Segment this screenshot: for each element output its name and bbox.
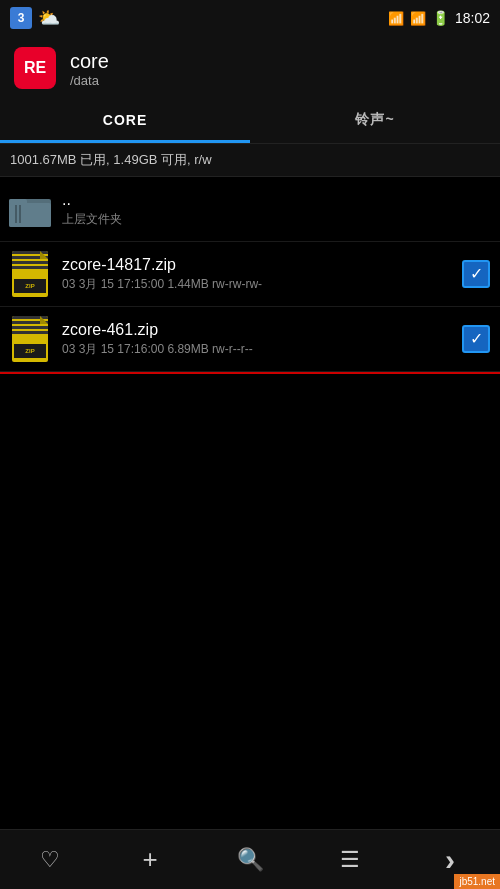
- file-meta: 03 3月 15 17:16:00 6.89MB rw-r--r--: [62, 341, 454, 358]
- tab-bar: CORE 铃声~: [0, 100, 500, 144]
- tab-ringtone[interactable]: 铃声~: [250, 100, 500, 143]
- battery-icon: 🔋: [432, 10, 449, 26]
- filter-button[interactable]: ☰: [325, 835, 375, 885]
- signal-icon: 📶: [410, 11, 426, 26]
- file-checkbox[interactable]: ✓: [462, 260, 490, 288]
- file-info: .. 上层文件夹: [62, 191, 490, 228]
- file-name: zcore-14817.zip: [62, 256, 454, 274]
- status-left: 3 ⛅: [10, 7, 60, 29]
- file-checkbox[interactable]: ✓: [462, 325, 490, 353]
- app-header: RE core /data: [0, 36, 500, 100]
- list-item[interactable]: ZIP zcore-14817.zip 03 3月 15 17:15:00 1.…: [0, 242, 500, 307]
- file-info: zcore-461.zip 03 3月 15 17:16:00 6.89MB r…: [62, 321, 454, 358]
- favorite-button[interactable]: ♡: [25, 835, 75, 885]
- status-time: 18:02: [455, 10, 490, 26]
- wifi-icon: 📶: [388, 11, 404, 26]
- add-button[interactable]: +: [125, 835, 175, 885]
- file-info: zcore-14817.zip 03 3月 15 17:15:00 1.44MB…: [62, 256, 454, 293]
- app-title: core: [70, 49, 109, 73]
- more-icon: ›: [445, 843, 455, 877]
- weather-icon: ⛅: [38, 7, 60, 29]
- checkmark-icon: ✓: [470, 266, 483, 282]
- file-meta: 上层文件夹: [62, 211, 490, 228]
- svg-rect-3: [15, 205, 17, 223]
- heart-icon: ♡: [40, 847, 60, 873]
- plus-icon: +: [142, 844, 157, 875]
- app-subtitle: /data: [70, 73, 109, 88]
- filter-icon: ☰: [340, 847, 360, 873]
- list-item[interactable]: ZIP zcore-461.zip 03 3月 15 17:16:00 6.89…: [0, 307, 500, 372]
- checkmark-icon: ✓: [470, 331, 483, 347]
- status-bar: 3 ⛅ 📶 📶 🔋 18:02: [0, 0, 500, 36]
- search-button[interactable]: 🔍: [225, 835, 275, 885]
- tab-core[interactable]: CORE: [0, 100, 250, 143]
- watermark: jb51.net: [454, 874, 500, 889]
- file-list: .. 上层文件夹 ZIP zcore-14817.zip 03: [0, 177, 500, 372]
- calendar-icon: 3: [10, 7, 32, 29]
- empty-area: [0, 374, 500, 714]
- app-logo: RE: [14, 47, 56, 89]
- bottom-nav: ♡ + 🔍 ☰ ›: [0, 829, 500, 889]
- zip-icon: ZIP: [8, 252, 52, 296]
- file-name: ..: [62, 191, 490, 209]
- file-name: zcore-461.zip: [62, 321, 454, 339]
- file-meta: 03 3月 15 17:15:00 1.44MB rw-rw-rw-: [62, 276, 454, 293]
- list-item[interactable]: .. 上层文件夹: [0, 177, 500, 242]
- search-icon: 🔍: [237, 847, 264, 873]
- svg-rect-4: [19, 205, 21, 223]
- folder-icon: [8, 187, 52, 231]
- app-title-block: core /data: [70, 49, 109, 88]
- zip-icon: ZIP: [8, 317, 52, 361]
- status-right: 📶 📶 🔋 18:02: [388, 10, 490, 26]
- storage-info: 1001.67MB 已用, 1.49GB 可用, r/w: [0, 144, 500, 177]
